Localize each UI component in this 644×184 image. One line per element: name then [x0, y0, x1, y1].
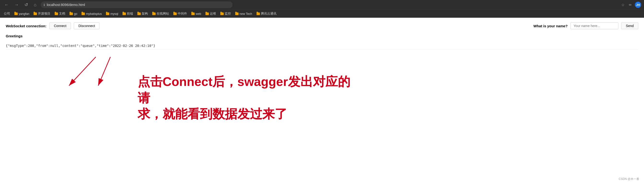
bookmarks-bar: 公司 yangfan 开源项目 文档 go mybatisplus mysql …: [0, 9, 644, 18]
annotation-area: 点击Connect后，swagger发出对应的请 求，就能看到数据发过来了: [6, 55, 638, 138]
bookmark-web[interactable]: web: [190, 11, 203, 16]
websocket-label: WebSocket connection:: [6, 24, 46, 28]
bookmark-label: 架构: [142, 12, 148, 16]
bookmark-label: 腾讯云通讯: [261, 12, 276, 16]
bookmark-ops[interactable]: 运维: [204, 11, 218, 17]
security-icon: ℹ: [44, 3, 45, 7]
bookmark-company[interactable]: 公司: [2, 11, 12, 17]
bookmark-label: 中间件: [178, 12, 187, 16]
bookmark-label: 开源项目: [38, 12, 50, 16]
address-bar[interactable]: ℹ localhost:8096/demo.html: [41, 1, 232, 8]
folder-icon: [152, 12, 156, 15]
websocket-section: WebSocket connection: Connect Disconnect…: [6, 22, 638, 29]
bookmark-opensource[interactable]: 开源项目: [32, 11, 52, 17]
bookmark-mybatisplus[interactable]: mybatisplus: [80, 11, 104, 16]
bookmark-docs[interactable]: 文档: [53, 11, 67, 17]
bookmark-go[interactable]: go: [68, 11, 79, 16]
name-input[interactable]: [570, 22, 618, 29]
star-button[interactable]: ☆: [620, 2, 626, 8]
message-box: {"msgType":200,"from":null,"content":"qu…: [6, 42, 638, 50]
folder-icon: [106, 12, 109, 15]
forward-button[interactable]: →: [13, 1, 20, 8]
greetings-title: Greetings: [6, 34, 638, 38]
bookmark-online[interactable]: 在线网站: [150, 11, 171, 17]
home-button[interactable]: ⌂: [32, 1, 38, 8]
back-button[interactable]: ←: [3, 1, 10, 8]
folder-icon: [220, 12, 224, 15]
folder-icon: [55, 12, 58, 15]
svg-line-2: [98, 57, 110, 86]
bookmark-monitor[interactable]: 监控: [218, 11, 233, 17]
folder-icon: [70, 12, 73, 15]
folder-icon: [82, 12, 85, 15]
annotation-text: 点击Connect后，swagger发出对应的请 求，就能看到数据发过来了: [138, 74, 354, 122]
folder-icon: [138, 12, 141, 15]
bookmark-tencent[interactable]: 腾讯云通讯: [255, 11, 278, 17]
bookmark-label: 运维: [210, 12, 216, 16]
folder-icon: [235, 12, 238, 15]
browser-chrome: ← → ↺ ⌂ ℹ localhost:8096/demo.html ☆ ∞ J…: [0, 0, 644, 9]
bookmark-label: 公司: [4, 12, 10, 16]
bookmark-yangfan[interactable]: yangfan: [12, 11, 31, 16]
bookmark-label: 前端: [127, 12, 133, 16]
folder-icon: [122, 12, 126, 15]
bookmark-label: mybatisplus: [86, 12, 102, 15]
bookmark-frontend[interactable]: 前端: [120, 11, 135, 17]
annotation-line2: 求，就能看到数据发过来了: [138, 107, 287, 121]
browser-right-icons: ☆ ∞ JH: [620, 2, 641, 8]
bookmark-label: go: [74, 12, 77, 15]
name-label: What is your name?: [534, 24, 568, 28]
folder-icon: [14, 12, 18, 15]
svg-line-1: [69, 57, 96, 86]
disconnect-button[interactable]: Disconnect: [74, 22, 100, 29]
name-section: What is your name? Send: [534, 22, 638, 29]
bookmark-label: 在线网站: [156, 12, 169, 16]
bookmark-label: 文档: [59, 12, 65, 16]
url-text: localhost:8096/demo.html: [47, 3, 85, 7]
extension-button[interactable]: ∞: [628, 2, 632, 8]
send-button[interactable]: Send: [621, 22, 638, 29]
folder-icon: [34, 12, 37, 15]
folder-icon: [191, 12, 195, 15]
bookmark-mysql[interactable]: mysql: [104, 11, 120, 16]
page-content: WebSocket connection: Connect Disconnect…: [0, 18, 644, 184]
folder-icon: [256, 12, 260, 15]
bookmark-label: web: [196, 12, 201, 15]
bookmark-label: yangfan: [19, 12, 29, 15]
watermark: CSDN @木一番: [618, 177, 639, 181]
avatar[interactable]: JH: [635, 2, 641, 8]
bookmark-architecture[interactable]: 架构: [136, 11, 150, 17]
folder-icon: [173, 12, 177, 15]
bookmark-label: 监控: [225, 12, 231, 16]
bookmark-label: mysql: [110, 12, 118, 15]
folder-icon: [206, 12, 209, 15]
bookmark-label: new Tech: [240, 12, 252, 15]
bookmark-middleware[interactable]: 中间件: [172, 11, 189, 17]
bookmark-newtech[interactable]: new Tech: [233, 11, 254, 16]
annotation-line1: 点击Connect后，swagger发出对应的请: [138, 75, 350, 105]
refresh-button[interactable]: ↺: [23, 1, 30, 8]
connect-button[interactable]: Connect: [50, 22, 71, 29]
